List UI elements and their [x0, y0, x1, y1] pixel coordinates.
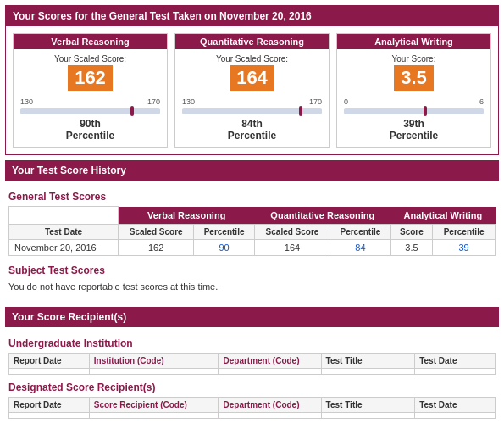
- score-cards-container: Verbal Reasoning Your Scaled Score: 162 …: [13, 33, 491, 148]
- table-row: November 20, 2016 162 90 164 84 3.5 39: [9, 239, 496, 255]
- history-section: Your Test Score History General Test Sco…: [5, 160, 499, 302]
- table-group-header-row: Verbal Reasoning Quantitative Reasoning …: [9, 207, 496, 225]
- col-aw-score: Score: [390, 224, 432, 239]
- scale-marker: [424, 106, 427, 116]
- percentile-text: 90thPercentile: [20, 118, 160, 142]
- quant-group-header: Quantitative Reasoning: [254, 207, 390, 225]
- percentile-text: 84thPercentile: [182, 118, 322, 142]
- col-institution: Institution (Code): [89, 353, 219, 368]
- undergrad-table: Report Date Institution (Code) Departmen…: [8, 353, 496, 375]
- aw-group-header: Analytical Writing: [390, 207, 495, 225]
- col-score-recipient: Score Recipient (Code): [89, 397, 219, 412]
- table-col-header-row: Test Date Scaled Score Percentile Scaled…: [9, 224, 496, 239]
- col-quant-pct: Percentile: [330, 224, 391, 239]
- recipients-header: Your Score Recipient(s): [5, 307, 499, 327]
- score-card-title: Quantitative Reasoning: [175, 34, 329, 49]
- col-verbal-scaled: Scaled Score: [119, 224, 194, 239]
- no-scores-text: You do not have reportable test scores a…: [8, 281, 496, 292]
- col-test-date-2: Test Date: [415, 397, 496, 412]
- col-department: Department (Code): [219, 353, 321, 368]
- score-card: Verbal Reasoning Your Scaled Score: 162 …: [13, 33, 168, 148]
- score-value: 3.5: [394, 65, 434, 91]
- score-card-title: Verbal Reasoning: [14, 34, 167, 49]
- general-scores-header: Your Scores for the General Test Taken o…: [6, 6, 498, 26]
- scale-marker: [130, 106, 134, 116]
- col-report-date-2: Report Date: [9, 397, 90, 412]
- general-scores-table: Verbal Reasoning Quantitative Reasoning …: [8, 206, 496, 256]
- score-card: Analytical Writing Your Score: 3.5 0 6 3…: [336, 33, 491, 148]
- undergrad-header-row: Report Date Institution (Code) Departmen…: [9, 353, 496, 368]
- general-scores-section: Your Scores for the General Test Taken o…: [5, 5, 499, 155]
- subject-test-subtitle: Subject Test Scores: [8, 265, 496, 276]
- score-value: 162: [68, 65, 113, 91]
- history-header-text: Your Test Score History: [12, 164, 126, 176]
- score-card: Quantitative Reasoning Your Scaled Score…: [174, 33, 330, 148]
- verbal-group-header: Verbal Reasoning: [119, 207, 255, 225]
- test-date-group-header: [9, 207, 119, 225]
- score-card-title: Analytical Writing: [337, 34, 490, 49]
- col-test-date: Test Date: [415, 353, 496, 368]
- percentile-text: 39thPercentile: [344, 118, 484, 142]
- score-label: Your Score:: [344, 54, 484, 64]
- designated-header-row: Report Date Score Recipient (Code) Depar…: [9, 397, 496, 412]
- recipients-header-text: Your Score Recipient(s): [12, 311, 126, 323]
- scores-header-text: Your Scores for the General Test Taken o…: [13, 10, 312, 22]
- history-header: Your Test Score History: [5, 160, 499, 181]
- recipients-body: Undergraduate Institution Report Date In…: [5, 327, 499, 424]
- general-scores-tbody: November 20, 2016 162 90 164 84 3.5 39: [9, 239, 496, 255]
- col-aw-pct: Percentile: [433, 224, 496, 239]
- undergrad-data-row: [9, 368, 496, 374]
- recipients-section: Your Score Recipient(s) Undergraduate In…: [5, 307, 499, 424]
- designated-data-row: [9, 412, 496, 418]
- score-label: Your Scaled Score:: [20, 54, 160, 64]
- scale-marker: [299, 106, 302, 116]
- scale-bar: 0 6: [344, 98, 484, 114]
- col-test-title: Test Title: [321, 353, 415, 368]
- general-test-subtitle: General Test Scores: [8, 191, 496, 203]
- score-label: Your Scaled Score:: [182, 54, 322, 64]
- scale-bar: 130 170: [20, 98, 160, 114]
- designated-table: Report Date Score Recipient (Code) Depar…: [8, 397, 496, 419]
- score-cards-body: Verbal Reasoning Your Scaled Score: 162 …: [6, 26, 498, 154]
- col-quant-scaled: Scaled Score: [254, 224, 330, 239]
- undergrad-subtitle: Undergraduate Institution: [8, 337, 496, 349]
- col-test-title-2: Test Title: [321, 397, 415, 412]
- col-verbal-pct: Percentile: [194, 224, 255, 239]
- col-department-2: Department (Code): [219, 397, 321, 412]
- col-report-date: Report Date: [9, 353, 90, 368]
- history-body: General Test Scores Verbal Reasoning Qua…: [5, 181, 499, 302]
- score-value: 164: [230, 65, 274, 91]
- designated-subtitle: Designated Score Recipient(s): [8, 382, 496, 393]
- scale-bar: 130 170: [182, 98, 322, 114]
- col-test-date: Test Date: [9, 224, 119, 239]
